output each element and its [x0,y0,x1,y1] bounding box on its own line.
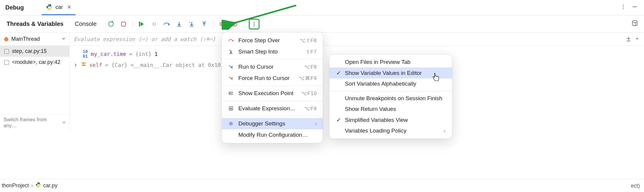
view-breakpoints-icon[interactable] [218,20,226,28]
step-into-my-icon[interactable] [187,20,196,28]
chevron-down-icon[interactable] [635,36,639,43]
menu-item-show-execution-point[interactable]: Show Execution Point ⌥F10 [222,88,323,99]
svg-point-4 [623,8,624,9]
menu-item-sort-vars[interactable]: Sort Variables Alphabetically [329,78,452,89]
menu-item-label: Simplified Variables View [345,117,408,123]
frame-row[interactable]: step, car.py:15 [0,46,69,57]
step-into-icon[interactable] [175,20,183,28]
chevron-down-icon [62,120,66,126]
step-out-icon[interactable] [200,20,208,28]
thread-name: MainThread [11,36,40,42]
svg-point-3 [623,7,624,7]
thread-status-icon [4,37,8,41]
svg-rect-8 [153,22,154,26]
menu-item-loading-policy[interactable]: Variables Loading Policy › [329,125,452,136]
pause-icon[interactable] [150,20,158,28]
menu-item-unmute-breakpoints[interactable]: Unmute Breakpoints on Session Finish [329,93,452,104]
chevron-right-icon: › [315,120,317,127]
svg-rect-29 [83,64,84,65]
menu-item-label: Run to Cursor [238,64,300,70]
menu-item-modify-run-config[interactable]: Modify Run Configuration… [222,129,323,141]
smart-step-into-icon [228,49,234,54]
minimize-icon[interactable] [632,4,638,12]
evaluate-expression-input[interactable]: Evaluate expression (⏎) or add a watch (… [70,33,644,45]
gear-icon [228,121,234,126]
variable-value: 1 [154,51,158,57]
tab-threads-variables[interactable]: Threads & Variables [5,18,65,30]
frames-list: step, car.py:15 <module>, car.py:42 Swit… [0,46,70,131]
menu-item-shortcut: ⌥⌘F9 [299,75,317,81]
stop-icon[interactable] [119,20,128,28]
svg-rect-7 [139,22,140,26]
menu-item-label: Smart Step Into [238,48,302,55]
svg-rect-13 [202,22,206,22]
frames-footer[interactable]: Switch frames from any… [0,114,69,131]
menu-item-label: Evaluate Expression… [238,105,300,112]
variable-eq: = [129,51,132,57]
svg-rect-21 [632,21,637,26]
menu-item-shortcut: ⌥F8 [304,106,317,112]
frame-row[interactable]: <module>, car.py:42 [0,57,69,68]
menu-item-show-var-values[interactable]: ✓ Show Variable Values in Editor [329,67,452,78]
menu-item-shortcut: ⌥F10 [301,90,317,97]
svg-rect-31 [229,53,232,54]
menu-item-label: Modify Run Configuration… [238,132,317,138]
menu-item-run-to-cursor[interactable]: Run to Cursor ⌥F9 [222,61,323,73]
menu-item-smart-step-into[interactable]: Smart Step Into ⇧F7 [222,46,323,57]
check-icon: ✓ [336,117,341,123]
svg-point-41 [231,109,231,109]
variable-name: my_car.time [91,51,126,57]
svg-point-2 [623,5,624,6]
svg-point-0 [48,5,49,5]
frames-footer-text: Switch frames from any… [4,117,60,129]
menu-item-force-run-to-cursor[interactable]: Force Run to Cursor ⌥⌘F9 [222,73,323,84]
variable-type: {Car} [111,62,127,68]
tab-car[interactable]: car ✕ [42,0,76,15]
close-icon[interactable]: ✕ [67,4,71,10]
thread-selector[interactable]: MainThread [0,33,70,45]
menu-item-show-return[interactable]: Show Return Values [329,104,452,114]
menu-item-label: Variables Loading Policy [345,128,407,134]
svg-point-20 [254,25,254,26]
chevron-right-icon: › [444,128,446,134]
svg-rect-27 [82,62,86,64]
menu-item-label: Show Return Values [345,106,396,112]
menu-item-label: Show Variable Values in Editor [345,70,422,76]
menu-item-open-preview[interactable]: Open Files in Preview Tab [329,57,452,67]
more-vertical-icon[interactable] [620,4,626,11]
show-execution-point-icon [228,91,234,96]
menu-item-label: Force Run to Cursor [238,75,295,81]
svg-rect-28 [82,65,86,66]
frame-icon [4,60,9,65]
rerun-icon[interactable] [107,20,115,28]
resume-icon[interactable] [137,20,146,28]
add-watch-icon[interactable] [626,36,632,43]
mute-breakpoints-icon[interactable] [231,20,239,28]
chevron-right-icon[interactable] [74,62,78,68]
force-step-over-icon [228,38,234,43]
more-actions-button[interactable] [249,19,260,29]
debugger-more-menu: Force Step Over ⌥⇧F8 Smart Step Into ⇧F7… [221,32,323,143]
svg-rect-11 [190,26,193,26]
frame-label: step, car.py:15 [12,48,47,54]
breadcrumb-segment[interactable]: car.py [43,182,57,189]
svg-rect-9 [155,22,156,26]
tab-label: car [55,4,63,10]
menu-item-shortcut: ⌥⇧F8 [300,37,317,44]
menu-item-force-step-over[interactable]: Force Step Over ⌥⇧F8 [222,35,323,46]
step-over-icon[interactable] [162,20,171,28]
calculator-icon [228,106,234,111]
menu-item-simplified-view[interactable]: ✓ Simplified Variables View [329,114,452,125]
menu-item-debugger-settings[interactable]: Debugger Settings › [222,118,323,129]
run-to-cursor-icon [228,64,234,69]
menu-item-evaluate-expression[interactable]: Evaluate Expression… ⌥F8 [222,103,323,114]
layout-settings-icon[interactable] [632,20,638,28]
object-icon [81,62,86,68]
python-file-icon [35,182,41,189]
svg-point-18 [254,22,254,23]
tab-console[interactable]: Console [74,18,98,30]
breadcrumb-segment[interactable]: thonProject [2,182,29,189]
menu-item-label: Force Step Over [238,37,296,44]
menu-item-shortcut: ⌥F9 [304,64,317,70]
svg-point-12 [189,22,190,23]
